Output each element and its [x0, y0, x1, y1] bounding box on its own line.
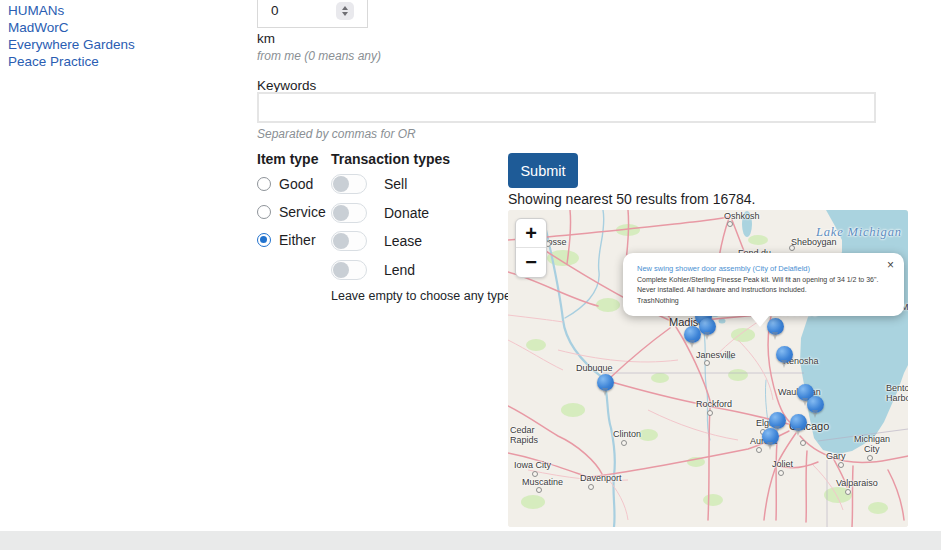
map-marker[interactable]	[790, 414, 807, 431]
popup-description-line2: Never installed. All hardware and instru…	[637, 285, 880, 296]
item-type-option[interactable]: Good	[257, 174, 326, 193]
map-city-label: Benton	[886, 383, 908, 393]
transaction-type-option: Sell	[331, 174, 511, 194]
stepper-control[interactable]	[336, 2, 354, 20]
stepper-down-icon[interactable]	[342, 12, 348, 16]
toggle-knob	[333, 233, 349, 249]
item-type-option[interactable]: Service	[257, 202, 326, 221]
map-city-label: Rockford	[696, 399, 732, 409]
map-city-label: Muscatine	[522, 477, 563, 487]
transaction-type-option: Lease	[331, 231, 511, 251]
map-town-dot	[532, 471, 538, 477]
map-city-label: Michigan	[854, 434, 890, 444]
popup-tail	[750, 315, 770, 327]
map-marker[interactable]	[699, 318, 716, 335]
item-type-heading: Item type	[257, 151, 326, 167]
keywords-input[interactable]	[257, 92, 876, 123]
transaction-types-heading: Transaction types	[331, 151, 511, 167]
map-town-dot	[536, 487, 542, 493]
transaction-type-option: Donate	[331, 203, 511, 223]
transaction-type-options: SellDonateLeaseLend	[331, 174, 511, 280]
toggle-knob	[333, 262, 349, 278]
map-town-dot	[838, 462, 844, 468]
toggle-switch[interactable]	[331, 260, 367, 280]
map-marker[interactable]	[769, 412, 786, 429]
map-marker[interactable]	[776, 346, 793, 363]
item-type-option-label: Either	[279, 232, 316, 248]
group-link[interactable]: MadWorC	[8, 19, 135, 36]
group-link[interactable]: HUMANs	[8, 2, 135, 19]
toggle-switch[interactable]	[331, 203, 367, 223]
map-city-label: Davenport	[580, 473, 622, 483]
transaction-type-label: Sell	[384, 176, 407, 192]
item-type-option-label: Service	[279, 204, 326, 220]
footer-bar	[0, 531, 941, 550]
map-zoom-out-button[interactable]: −	[516, 248, 546, 277]
map-zoom-in-button[interactable]: +	[516, 219, 546, 248]
popup-description-line1: Complete Kohler/Sterling Finesse Peak ki…	[637, 275, 880, 286]
map-city-label: Oshkosh	[724, 211, 760, 221]
radio-icon[interactable]	[257, 233, 271, 247]
transaction-type-label: Lease	[384, 233, 422, 249]
map-town-dot	[800, 440, 806, 446]
popup-close-icon[interactable]: ×	[887, 258, 894, 272]
map-city-label: Valparaiso	[836, 478, 878, 488]
transaction-type-label: Lend	[384, 262, 415, 278]
toggle-knob	[333, 205, 349, 221]
submit-button[interactable]: Submit	[508, 153, 578, 188]
map-popup: New swing shower door assembly (City of …	[623, 253, 904, 316]
group-link[interactable]: Peace Practice	[8, 53, 135, 70]
distance-unit-label: km	[257, 31, 275, 46]
radio-icon[interactable]	[257, 205, 271, 219]
map-zoom-controls: + −	[515, 218, 547, 278]
map-town-dot	[588, 484, 594, 490]
map-city-label: Harbor	[886, 393, 908, 403]
toggle-knob	[333, 176, 349, 192]
results-status: Showing nearest 50 results from 16784.	[508, 191, 755, 207]
transaction-types-hint: Leave empty to choose any type	[331, 289, 511, 303]
map-town-dot	[707, 410, 713, 416]
map-city-label: Dubuque	[576, 363, 613, 373]
transaction-type-label: Donate	[384, 205, 429, 221]
keywords-hint: Separated by commas for OR	[257, 127, 416, 141]
map-marker[interactable]	[807, 396, 824, 413]
transaction-type-option: Lend	[331, 260, 511, 280]
transaction-types-group: Transaction types SellDonateLeaseLend Le…	[331, 151, 511, 303]
distance-value: 0	[271, 3, 279, 18]
group-link[interactable]: Everywhere Gardens	[8, 36, 135, 53]
map-marker[interactable]	[597, 374, 614, 391]
map-city-label: Rapids	[510, 435, 538, 445]
popup-title-link[interactable]: New swing shower door assembly (City of …	[637, 263, 880, 275]
group-links: HUMANsMadWorCEverywhere GardensPeace Pra…	[8, 2, 135, 70]
map-city-label: Iowa City	[514, 460, 551, 470]
toggle-switch[interactable]	[331, 231, 367, 251]
map-town-dot	[867, 455, 873, 461]
map-town-dot	[789, 245, 795, 251]
map[interactable]: OshkoshSheboyganLake MichiganCrosseFond …	[508, 210, 908, 527]
map-city-label: City	[864, 444, 880, 454]
item-type-option[interactable]: Either	[257, 230, 326, 249]
map-town-dot	[778, 470, 784, 476]
item-type-group: Item type GoodServiceEither	[257, 151, 326, 258]
map-marker[interactable]	[762, 428, 779, 445]
map-city-label: Gary	[826, 451, 846, 461]
map-town-dot	[727, 221, 733, 227]
map-marker[interactable]	[684, 326, 701, 343]
map-town-dot	[704, 360, 710, 366]
map-town-dot	[756, 447, 762, 453]
map-city-label: Joliet	[772, 459, 793, 469]
radio-icon[interactable]	[257, 177, 271, 191]
map-city-label: Lake Michigan	[816, 225, 902, 240]
map-city-label: Clinton	[613, 429, 641, 439]
toggle-switch[interactable]	[331, 174, 367, 194]
distance-hint: from me (0 means any)	[257, 49, 381, 63]
stepper-up-icon[interactable]	[342, 6, 348, 10]
map-town-dot	[845, 489, 851, 495]
item-type-options: GoodServiceEither	[257, 174, 326, 249]
distance-input[interactable]: 0	[257, 0, 368, 28]
keywords-label: Keywords	[257, 78, 316, 93]
map-city-label: Cedar	[510, 425, 535, 435]
map-town-dot	[621, 440, 627, 446]
item-type-option-label: Good	[279, 176, 313, 192]
page: HUMANsMadWorCEverywhere GardensPeace Pra…	[0, 0, 941, 550]
